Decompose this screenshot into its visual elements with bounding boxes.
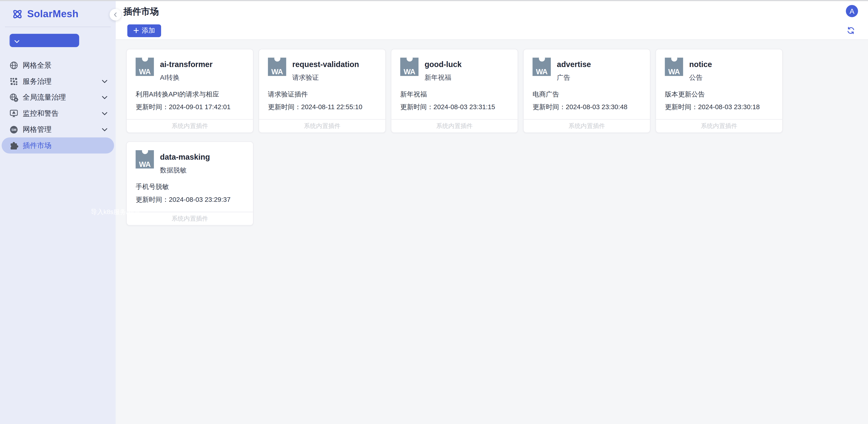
page-header: 插件市场 添加 A — [116, 0, 868, 40]
plugin-updated-time: 更新时间：2024-09-01 17:42:01 — [135, 103, 230, 112]
plugin-footer-label: 系统内置插件 — [259, 119, 385, 133]
chevron-down-icon — [102, 112, 107, 115]
plugin-updated-time: 更新时间：2024-08-03 23:31:15 — [400, 103, 495, 112]
plugin-description: 请求验证插件 — [268, 90, 376, 99]
plugin-description: 新年祝福 — [400, 90, 509, 99]
plugin-name: advertise — [557, 60, 591, 68]
plugin-footer-label: 系统内置插件 — [127, 212, 253, 225]
wasm-logo-text: WA — [135, 160, 154, 169]
svg-text:SM: SM — [11, 128, 16, 131]
plugin-alias: 请求验证 — [292, 73, 359, 83]
updated-time-label: 更新时间： — [665, 103, 698, 111]
global-traffic-icon — [9, 93, 18, 102]
monitor-alert-icon — [9, 109, 18, 118]
plugin-card-body: WA notice 公告 版本更新公告 更新时间：2024-08-03 23:3… — [656, 49, 782, 119]
app-logo: SolarMesh — [0, 0, 116, 20]
chevron-down-icon — [102, 95, 107, 99]
sidebar: SolarMesh 导入k8s服务/版本 网格全景 — [0, 0, 116, 424]
main-area: 插件市场 添加 A — [116, 0, 868, 424]
import-k8s-split-button[interactable]: 导入k8s服务/版本 — [9, 34, 79, 47]
plugin-name: ai-transformer — [160, 60, 213, 68]
wasm-logo-notch — [538, 56, 545, 62]
plugin-footer-label: 系统内置插件 — [656, 119, 782, 133]
plugin-card[interactable]: WA notice 公告 版本更新公告 更新时间：2024-08-03 23:3… — [655, 49, 783, 133]
plugin-market-content: WA ai-transformer AI转换 利用AI转换API的请求与相应 更… — [116, 40, 868, 226]
wasm-logo-text: WA — [400, 68, 418, 76]
plugin-card-grid: WA ai-transformer AI转换 利用AI转换API的请求与相应 更… — [126, 49, 796, 226]
sidebar-nav: 网格全景 服务治理 — [0, 57, 116, 153]
updated-time-label: 更新时间： — [532, 103, 566, 111]
sidebar-item-label: 监控和警告 — [23, 108, 102, 118]
plugin-name: notice — [689, 60, 712, 68]
plugin-card[interactable]: WA request-validation 请求验证 请求验证插件 更新时间：2… — [258, 49, 386, 133]
sidebar-item-label: 网格管理 — [23, 124, 102, 134]
sidebar-item-global-traffic[interactable]: 全局流量治理 — [2, 89, 114, 105]
add-button-label: 添加 — [142, 26, 155, 35]
wasm-plugin-logo: WA — [268, 58, 286, 76]
window-top-edge — [0, 0, 868, 1]
page-title: 插件市场 — [124, 6, 159, 18]
mesh-admin-icon: SM — [9, 125, 18, 134]
sidebar-item-label: 全局流量治理 — [23, 92, 102, 102]
plugin-alias: 公告 — [689, 73, 712, 83]
sidebar-item-label: 服务治理 — [23, 76, 102, 86]
sidebar-collapse-button[interactable] — [110, 9, 121, 20]
chevron-down-icon — [102, 80, 107, 83]
wasm-plugin-logo: WA — [400, 58, 418, 76]
plugin-card[interactable]: WA ai-transformer AI转换 利用AI转换API的请求与相应 更… — [126, 49, 254, 133]
plugin-market-icon — [9, 141, 18, 150]
sidebar-item-service-governance[interactable]: 服务治理 — [2, 73, 114, 89]
updated-time-value: 2024-08-11 22:55:10 — [301, 103, 362, 111]
sidebar-item-plugin-market[interactable]: 插件市场 — [2, 138, 114, 153]
plugin-alias: 广告 — [557, 73, 591, 83]
refresh-button[interactable] — [847, 27, 855, 34]
plugin-updated-time: 更新时间：2024-08-03 23:30:48 — [532, 103, 627, 112]
sidebar-item-label: 插件市场 — [23, 140, 107, 150]
wasm-logo-text: WA — [532, 68, 551, 76]
plugin-updated-time: 更新时间：2024-08-03 23:30:18 — [665, 103, 760, 112]
updated-time-value: 2024-09-01 17:42:01 — [169, 103, 230, 111]
app-window: SolarMesh 导入k8s服务/版本 网格全景 — [0, 0, 868, 424]
solarmesh-logo-icon — [11, 8, 23, 20]
sidebar-item-mesh-overview[interactable]: 网格全景 — [2, 57, 114, 73]
plugin-card[interactable]: WA data-masking 数据脱敏 手机号脱敏 更新时间：2024-08-… — [126, 141, 254, 226]
avatar[interactable]: A — [846, 5, 858, 17]
plugin-description: 手机号脱敏 — [135, 182, 244, 192]
sidebar-item-label: 网格全景 — [23, 60, 107, 70]
wasm-logo-text: WA — [135, 68, 154, 76]
updated-time-value: 2024-08-03 23:29:37 — [169, 196, 230, 203]
wasm-plugin-logo: WA — [135, 150, 154, 169]
plus-icon — [133, 27, 139, 35]
add-plugin-button[interactable]: 添加 — [127, 25, 161, 37]
plugin-card-body: WA advertise 广告 电商广告 更新时间：2024-08-03 23:… — [524, 49, 650, 119]
plugin-alias: 数据脱敏 — [160, 166, 210, 175]
plugin-name: data-masking — [160, 152, 210, 161]
plugin-updated-time: 更新时间：2024-08-03 23:29:37 — [135, 195, 230, 204]
plugin-card-body: WA good-luck 新年祝福 新年祝福 更新时间：2024-08-03 2… — [392, 49, 518, 119]
wasm-logo-notch — [406, 56, 412, 62]
sidebar-item-monitoring-alerts[interactable]: 监控和警告 — [2, 105, 114, 121]
updated-time-label: 更新时间： — [135, 196, 169, 203]
app-name: SolarMesh — [27, 8, 79, 20]
wasm-plugin-logo: WA — [532, 58, 551, 76]
wasm-logo-notch — [671, 56, 677, 62]
plugin-description: 利用AI转换API的请求与相应 — [135, 90, 244, 99]
updated-time-label: 更新时间： — [268, 103, 301, 111]
wasm-plugin-logo: WA — [665, 58, 683, 76]
chevron-left-icon — [114, 10, 118, 19]
plugin-card[interactable]: WA good-luck 新年祝福 新年祝福 更新时间：2024-08-03 2… — [391, 49, 518, 133]
plugin-card[interactable]: WA advertise 广告 电商广告 更新时间：2024-08-03 23:… — [523, 49, 651, 133]
sidebar-item-mesh-admin[interactable]: SM 网格管理 — [2, 121, 114, 138]
plugin-footer-label: 系统内置插件 — [524, 119, 650, 133]
globe-icon — [9, 61, 18, 69]
updated-time-value: 2024-08-03 23:30:48 — [566, 103, 627, 111]
plugin-card-body: WA ai-transformer AI转换 利用AI转换API的请求与相应 更… — [127, 49, 253, 119]
updated-time-label: 更新时间： — [135, 103, 169, 111]
wasm-logo-notch — [274, 56, 280, 62]
import-k8s-caret-button[interactable] — [9, 34, 24, 47]
chevron-down-icon — [102, 128, 107, 131]
plugin-footer-label: 系统内置插件 — [127, 119, 253, 133]
plugin-card-body: WA request-validation 请求验证 请求验证插件 更新时间：2… — [259, 49, 385, 119]
plugin-card-body: WA data-masking 数据脱敏 手机号脱敏 更新时间：2024-08-… — [127, 142, 253, 211]
avatar-initial: A — [849, 7, 854, 16]
